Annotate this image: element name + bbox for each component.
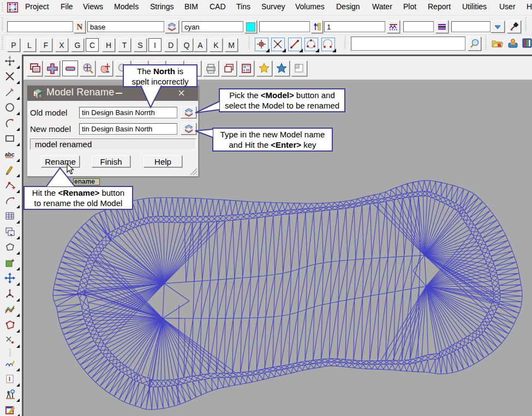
svg-text:d: d bbox=[39, 94, 41, 98]
svg-text:12: 12 bbox=[34, 93, 39, 97]
